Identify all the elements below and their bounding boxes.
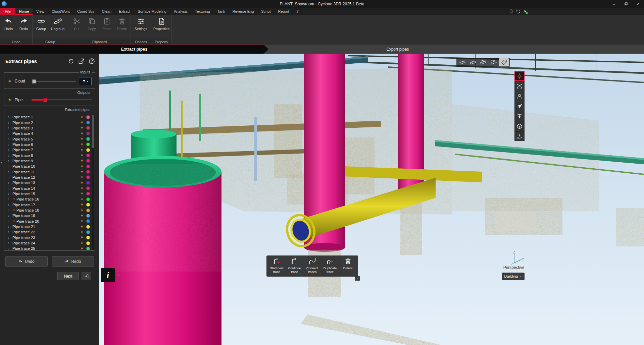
export-box-icon[interactable] (78, 57, 85, 65)
help-icon[interactable] (88, 57, 95, 65)
panel-collapse-arrow-icon[interactable]: ◂ (0, 160, 2, 165)
visibility-sun-icon[interactable]: ☀ (80, 115, 84, 119)
label-icon[interactable] (499, 58, 509, 66)
pipe-color-swatch[interactable] (86, 137, 90, 141)
workflow-step-export-pipes[interactable]: Export pipes (268, 45, 527, 54)
expand-chevron-icon[interactable]: › (8, 197, 12, 201)
visibility-sun-icon[interactable]: ☀ (80, 203, 84, 207)
pipe-trace-row[interactable]: › ⚠ Pipe trace 10 ☀ (5, 164, 94, 169)
measure-distance-icon[interactable] (457, 58, 467, 66)
continue-trace-button[interactable]: Continue trace (286, 257, 303, 274)
visibility-sun-icon[interactable]: ☀ (80, 165, 84, 168)
rotation-center-icon[interactable] (514, 71, 525, 81)
visibility-sun-icon[interactable]: ☀ (80, 197, 84, 201)
slider-knob[interactable] (43, 98, 47, 102)
menu-home[interactable]: Home (15, 8, 33, 15)
pipe-trace-row[interactable]: › ⚠ Pipe trace 7 ☀ (5, 147, 94, 153)
expand-chevron-icon[interactable]: › (8, 121, 12, 125)
expand-chevron-icon[interactable]: › (8, 241, 12, 245)
cut-button[interactable]: Cut (69, 15, 84, 31)
pipe-opacity-slider[interactable] (32, 98, 92, 102)
pipe-color-swatch[interactable] (86, 241, 90, 245)
pipe-trace-row[interactable]: › ⚠ Pipe trace 20 ☀ (5, 219, 94, 224)
pipe-color-swatch[interactable] (86, 209, 90, 212)
visibility-sun-icon[interactable]: ☀ (80, 142, 84, 146)
paste-button[interactable]: Paste (99, 15, 114, 31)
expand-chevron-icon[interactable]: › (8, 225, 12, 229)
slider-knob[interactable] (32, 79, 36, 83)
menu-tank[interactable]: Tank (214, 8, 229, 15)
menu-clean[interactable]: Clean (98, 8, 115, 15)
measure-cloud-distance-icon[interactable] (468, 58, 478, 66)
ungroup-button[interactable]: Ungroup (49, 15, 67, 31)
pipe-trace-row[interactable]: › ⚠ Pipe trace 14 ☀ (5, 185, 94, 191)
3d-viewport[interactable]: Start new trace Continue trace Connect t… (99, 54, 644, 345)
pipe-trace-row[interactable]: › ⚠ Pipe trace 13 ☀ (5, 180, 94, 185)
menu-coord-sys[interactable]: Coord Sys (73, 8, 98, 15)
pipe-trace-row[interactable]: › ⚠ Pipe trace 4 ☀ (5, 131, 94, 136)
expand-chevron-icon[interactable]: › (8, 186, 12, 190)
pipe-color-swatch[interactable] (86, 197, 90, 201)
expand-chevron-icon[interactable]: › (8, 181, 12, 185)
maximize-button[interactable] (620, 0, 632, 8)
pipe-trace-row[interactable]: › ⚠ Pipe trace 19 ☀ (5, 213, 94, 218)
pipe-color-swatch[interactable] (86, 219, 90, 223)
visibility-sun-icon[interactable]: ☀ (80, 181, 84, 185)
visibility-sun-icon[interactable]: ☀ (80, 170, 84, 174)
expand-chevron-icon[interactable]: › (8, 203, 12, 207)
expand-chevron-icon[interactable]: › (8, 170, 12, 174)
pipe-trace-row[interactable]: › ⚠ Pipe trace 6 ☀ (5, 142, 94, 147)
exit-workflow-button[interactable] (82, 272, 91, 280)
visibility-sun-icon[interactable]: ☀ (80, 241, 84, 245)
pipe-color-swatch[interactable] (86, 142, 90, 146)
redo-button[interactable]: Redo (16, 15, 31, 31)
pipe-trace-row[interactable]: › ⚠ Pipe trace 8 ☀ (5, 153, 94, 158)
pipe-color-swatch[interactable] (86, 236, 90, 239)
expand-chevron-icon[interactable]: › (8, 148, 12, 152)
pipe-color-swatch[interactable] (86, 175, 90, 179)
viewpoint-icon[interactable] (514, 91, 525, 101)
point-cloud-scene[interactable] (99, 54, 644, 345)
toolbar-collapse-chevron-icon[interactable] (355, 276, 360, 281)
delete-button[interactable]: Delete (114, 15, 130, 31)
scrollbar-thumb[interactable] (92, 115, 94, 148)
pipe-trace-row[interactable]: › ⚠ Pipe trace 3 ☀ (5, 125, 94, 131)
visibility-sun-icon[interactable]: ☀ (80, 126, 84, 130)
expand-chevron-icon[interactable]: › (8, 164, 12, 168)
visibility-sun-icon[interactable]: ☀ (80, 192, 84, 195)
visibility-sun-icon[interactable]: ☀ (80, 154, 84, 157)
menu-file[interactable]: File (0, 8, 15, 15)
pipe-trace-row[interactable]: › ⚠ Pipe trace 5 ☀ (5, 136, 94, 141)
expand-chevron-icon[interactable]: › (8, 214, 12, 218)
list-scrollbar[interactable] (92, 114, 94, 249)
menu-reverse-eng[interactable]: Reverse Eng (229, 8, 258, 15)
pipe-color-swatch[interactable] (86, 148, 90, 152)
visibility-sun-icon[interactable]: ☀ (80, 214, 84, 218)
pipe-trace-row[interactable]: › ⚠ Pipe trace 17 ☀ (5, 202, 94, 208)
pipe-trace-row[interactable]: › ⚠ Pipe trace 11 ☀ (5, 169, 94, 174)
pipe-color-swatch[interactable] (86, 126, 90, 130)
pipe-trace-row[interactable]: › ⚠ Pipe trace 24 ☀ (5, 240, 94, 246)
menu-cloudworx[interactable]: CloudWorx (48, 8, 73, 15)
plumb-icon[interactable] (514, 111, 525, 121)
group-button[interactable]: Group (34, 15, 49, 31)
clipping-icon[interactable] (514, 131, 525, 141)
menu-texturing[interactable]: Texturing (191, 8, 214, 15)
expand-chevron-icon[interactable]: › (8, 219, 12, 223)
delete-trace-button[interactable]: Delete (339, 257, 357, 274)
pipe-color-swatch[interactable] (86, 154, 90, 157)
menu-extract[interactable]: Extract (115, 8, 134, 15)
pipe-color-swatch[interactable] (86, 115, 90, 119)
visibility-sun-icon[interactable]: ☀ (80, 186, 84, 190)
cloud-filter-button[interactable]: ▾ (79, 77, 92, 85)
expand-chevron-icon[interactable]: › (8, 137, 12, 141)
visibility-sun-icon[interactable]: ☀ (80, 132, 84, 135)
menu-view[interactable]: View (33, 8, 48, 15)
visibility-sun-icon[interactable]: ☀ (80, 236, 84, 239)
properties-button[interactable]: Properties (152, 15, 170, 31)
expand-chevron-icon[interactable]: › (8, 192, 12, 196)
pipe-trace-row[interactable]: › ⚠ Pipe trace 9 ☀ (5, 158, 94, 164)
expand-chevron-icon[interactable]: › (8, 126, 12, 130)
building-view-button[interactable]: Building ▲ (502, 273, 525, 280)
user-avatar-icon[interactable] (523, 9, 528, 14)
